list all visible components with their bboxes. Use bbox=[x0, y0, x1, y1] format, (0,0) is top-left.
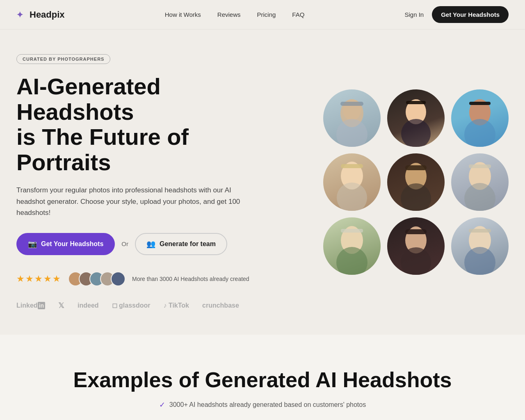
logo[interactable]: Headpix bbox=[16, 9, 65, 20]
headshot-4 bbox=[323, 153, 381, 211]
sign-in-button[interactable]: Sign In bbox=[404, 11, 424, 18]
social-proof: ★★★★★ More than 3000 AI Headshots alread… bbox=[16, 272, 271, 286]
svg-point-31 bbox=[401, 247, 431, 275]
svg-point-35 bbox=[464, 247, 495, 275]
svg-point-15 bbox=[337, 183, 367, 211]
brand-logos: Linkedin 𝕏 indeed ◻ glassdoor ♪ TikTok c… bbox=[16, 301, 271, 310]
headshot-5 bbox=[387, 153, 445, 211]
svg-point-7 bbox=[401, 119, 431, 147]
nav-link-reviews[interactable]: Reviews bbox=[217, 11, 241, 18]
headshot-1 bbox=[323, 89, 381, 147]
get-headshots-button[interactable]: 📷 Get Your Headshots bbox=[16, 233, 115, 255]
headshot-2 bbox=[387, 89, 445, 147]
headshot-7 bbox=[323, 217, 381, 275]
or-text: Or bbox=[121, 240, 128, 247]
svg-rect-6 bbox=[406, 101, 426, 104]
headshot-8 bbox=[387, 217, 445, 275]
logo-text: Headpix bbox=[30, 9, 65, 20]
brand-x: 𝕏 bbox=[58, 301, 64, 310]
svg-rect-30 bbox=[405, 229, 427, 234]
headshot-grid bbox=[323, 89, 509, 275]
brand-linkedin: Linkedin bbox=[16, 302, 45, 309]
nav-cta-button[interactable]: Get Your Headshots bbox=[432, 6, 509, 23]
team-icon: 👥 bbox=[146, 240, 155, 249]
svg-rect-26 bbox=[341, 229, 363, 233]
examples-subtitle-text: 3000+ AI headshots already generated bas… bbox=[169, 401, 366, 409]
camera-icon: 📷 bbox=[28, 240, 37, 249]
hero-title: AI-Generated Headshots is The Future of … bbox=[16, 74, 271, 175]
logo-icon bbox=[16, 9, 27, 20]
hero-description: Transform your regular photos into profe… bbox=[16, 185, 246, 218]
avatar-stack bbox=[68, 272, 126, 286]
get-headshots-label: Get Your Headshots bbox=[41, 240, 103, 248]
headshot-9 bbox=[451, 217, 509, 275]
badge: CURATED BY PHOTOGRAPHERS bbox=[16, 54, 110, 64]
hero-title-line1: AI-Generated Headshots bbox=[16, 73, 161, 125]
headshot-3 bbox=[451, 89, 509, 147]
svg-point-27 bbox=[336, 247, 368, 275]
examples-title: Examples of Generated AI Headshots bbox=[16, 368, 509, 392]
nav-link-pricing[interactable]: Pricing bbox=[257, 11, 276, 18]
svg-point-3 bbox=[336, 119, 368, 147]
brand-glassdoor: ◻ glassdoor bbox=[112, 301, 151, 309]
svg-rect-34 bbox=[469, 229, 491, 233]
svg-point-23 bbox=[464, 183, 495, 211]
examples-subtitle: ✓ 3000+ AI headshots already generated b… bbox=[16, 400, 509, 409]
svg-point-11 bbox=[464, 119, 495, 147]
headshot-6 bbox=[451, 153, 509, 211]
svg-rect-10 bbox=[469, 102, 491, 105]
svg-point-19 bbox=[401, 183, 431, 211]
examples-section: Examples of Generated AI Headshots ✓ 300… bbox=[0, 335, 525, 420]
navbar: Headpix How it Works Reviews Pricing FAQ… bbox=[0, 0, 525, 30]
generate-team-button[interactable]: 👥 Generate for team bbox=[135, 233, 227, 255]
hero-title-line2: is The Future of Portraits bbox=[16, 124, 189, 175]
hero-section: CURATED BY PHOTOGRAPHERS AI-Generated He… bbox=[0, 30, 525, 335]
avatar-5 bbox=[111, 272, 126, 286]
hero-buttons: 📷 Get Your Headshots Or 👥 Generate for t… bbox=[16, 233, 271, 255]
hero-left: CURATED BY PHOTOGRAPHERS AI-Generated He… bbox=[16, 54, 271, 310]
brand-crunchbase: crunchbase bbox=[202, 302, 239, 309]
svg-rect-18 bbox=[405, 165, 427, 170]
svg-rect-14 bbox=[341, 164, 363, 168]
check-icon: ✓ bbox=[159, 400, 165, 409]
brand-indeed: indeed bbox=[78, 302, 99, 309]
nav-actions: Sign In Get Your Headshots bbox=[404, 6, 509, 23]
social-text: More than 3000 AI Headshots already crea… bbox=[132, 276, 249, 282]
svg-rect-2 bbox=[340, 102, 363, 106]
nav-link-how-it-works[interactable]: How it Works bbox=[165, 11, 201, 18]
nav-links: How it Works Reviews Pricing FAQ bbox=[165, 11, 305, 18]
svg-rect-22 bbox=[469, 164, 491, 168]
nav-link-faq[interactable]: FAQ bbox=[292, 11, 304, 18]
brand-tiktok: ♪ TikTok bbox=[163, 302, 189, 309]
star-rating: ★★★★★ bbox=[16, 274, 62, 284]
generate-team-label: Generate for team bbox=[160, 240, 216, 248]
